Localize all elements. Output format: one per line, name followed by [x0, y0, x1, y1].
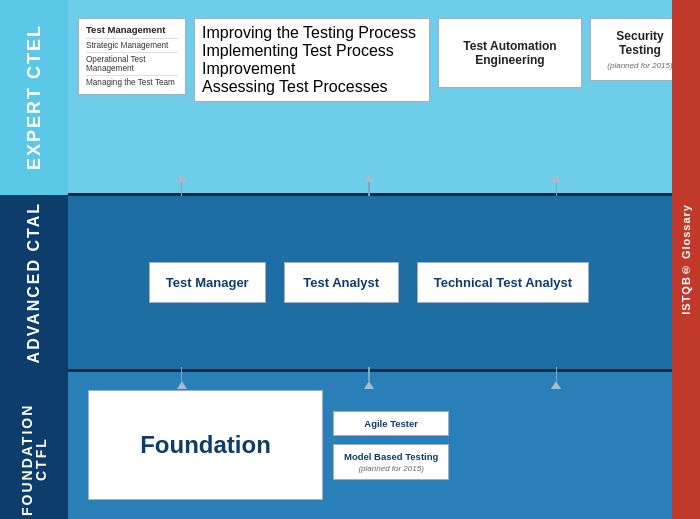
center-content: Test Management Strategic Management Ope… — [68, 0, 700, 519]
main-container: EXPERT CTEL ADVANCED CTAL FOUNDATION CTF… — [0, 0, 700, 519]
test-management-card: Test Management Strategic Management Ope… — [78, 18, 186, 95]
foundation-label: FOUNDATION CTFL — [20, 400, 48, 519]
foundation-label-text: Foundation — [140, 431, 271, 459]
expert-item-assessing: Assessing Test Processes — [202, 78, 422, 96]
foundation-area: Foundation Agile Tester Model Based Test… — [68, 372, 700, 519]
technical-test-analyst-card: Technical Test Analyst — [417, 262, 589, 303]
expert-area: Test Management Strategic Management Ope… — [68, 0, 700, 193]
glossary-label: ISTQB® Glossary — [680, 204, 692, 315]
improving-process-title: Improving the Testing Process — [202, 24, 422, 42]
model-based-testing-label: Model Based Testing — [344, 451, 438, 462]
agile-tester-label: Agile Tester — [364, 418, 418, 429]
left-sidebar: EXPERT CTEL ADVANCED CTAL FOUNDATION CTF… — [0, 0, 68, 519]
agile-tester-card: Agile Tester — [333, 411, 449, 436]
test-analyst-card: Test Analyst — [284, 262, 399, 303]
advanced-area: Test Manager Test Analyst Technical Test… — [68, 196, 700, 369]
test-analyst-label: Test Analyst — [303, 275, 379, 290]
security-testing-title: Security Testing — [599, 29, 681, 57]
expert-item-strategic: Strategic Management — [86, 38, 178, 52]
right-sidebar: ISTQB® Glossary — [672, 0, 700, 519]
security-testing-note: (planned for 2015) — [607, 61, 672, 70]
expert-item-managing: Managing the Test Team — [86, 75, 178, 89]
expert-item-operational: Operational Test Management — [86, 52, 178, 75]
advanced-label: ADVANCED CTAL — [26, 202, 42, 363]
test-management-title: Test Management — [86, 24, 178, 35]
adv-arrows-bottom — [68, 367, 700, 369]
model-based-testing-note: (planned for 2015) — [358, 464, 423, 473]
model-based-testing-card: Model Based Testing (planned for 2015) — [333, 444, 449, 480]
test-automation-card: Test Automation Engineering — [438, 18, 582, 88]
expert-item-implementing: Implementing Test Process Improvement — [202, 42, 422, 78]
test-manager-card: Test Manager — [149, 262, 266, 303]
expert-label-section: EXPERT CTEL — [0, 0, 68, 195]
advanced-label-section: ADVANCED CTAL — [0, 195, 68, 370]
improving-process-card: Improving the Testing Process Implementi… — [194, 18, 430, 102]
technical-test-analyst-label: Technical Test Analyst — [434, 275, 572, 290]
test-manager-label: Test Manager — [166, 275, 249, 290]
foundation-side-cards: Agile Tester Model Based Testing (planne… — [333, 411, 449, 480]
foundation-label-section: FOUNDATION CTFL — [0, 400, 68, 519]
foundation-main-box: Foundation — [88, 390, 323, 500]
expert-label: EXPERT CTEL — [25, 24, 43, 170]
test-automation-title: Test Automation Engineering — [447, 39, 573, 67]
